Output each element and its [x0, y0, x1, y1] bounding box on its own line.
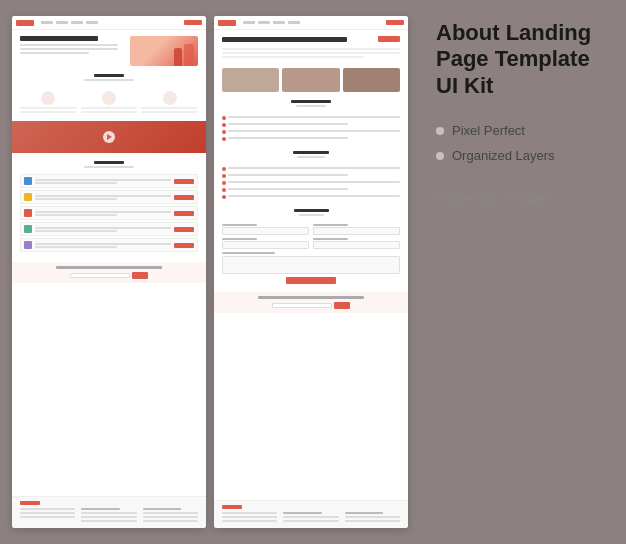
mock2-label: [313, 224, 348, 226]
mock-pos-icon: [24, 225, 32, 233]
mock2-list-line: [228, 130, 400, 132]
mock2-bullet: [222, 130, 226, 134]
mock-footer-line: [283, 516, 338, 518]
mock-pos-line: [35, 214, 117, 216]
mock-footer-line: [143, 520, 198, 522]
mock2-list-line: [228, 188, 348, 190]
mock2-form-row: [222, 224, 400, 235]
mock-why-item: [141, 91, 198, 113]
mockups-panel: [0, 0, 420, 544]
mock-footer-col: [283, 512, 338, 524]
mock-position-row: [20, 222, 198, 236]
mock2-list-item: [222, 194, 400, 199]
mock2-img: [343, 68, 400, 92]
mock-pos-line: [35, 198, 117, 200]
feature-label-layers: Organized Layers: [452, 148, 555, 163]
mock-pos-apply-btn: [174, 227, 194, 232]
mock-pos-lines: [35, 195, 171, 200]
mock-footer-line: [20, 512, 75, 514]
mock2-list-item: [222, 115, 400, 120]
mock-section-sub: [296, 105, 326, 107]
mock-pos-line: [35, 211, 171, 213]
mock2-title: [222, 37, 347, 42]
mock-pos-line: [35, 246, 117, 248]
mock-why-item: [81, 91, 138, 113]
mock2-list-line: [228, 116, 400, 118]
mock-pos-lines: [35, 243, 171, 248]
mock-nav-item: [86, 21, 98, 24]
mock-pos-icon: [24, 193, 32, 201]
mock2-apply-form: [214, 220, 408, 288]
mock-pos-apply-btn: [174, 179, 194, 184]
mock-pos-line: [35, 230, 117, 232]
mock-footer-line: [143, 512, 198, 514]
mock-footer-line: [20, 508, 75, 510]
mock-pos-lines: [35, 227, 171, 232]
mock-nav-items-2: [243, 21, 300, 24]
mock-nl-row: [222, 302, 400, 309]
mock2-apply-title: [214, 205, 408, 218]
mock2-images: [214, 64, 408, 96]
mock2-input: [222, 227, 309, 235]
mock2-label: [222, 238, 257, 240]
mock-nl-row: [20, 272, 198, 279]
mock-footer-header: [81, 508, 120, 510]
mock-footer-line: [81, 516, 136, 518]
mock2-bullet: [222, 167, 226, 171]
mock-section-bar: [293, 151, 329, 154]
mock-footer-line: [345, 516, 400, 518]
mock-pos-icon: [24, 241, 32, 249]
mock-section-bar: [294, 209, 329, 212]
mock2-list-line: [228, 137, 348, 139]
mock2-form-field: [222, 224, 309, 235]
mock2-list-line: [228, 174, 348, 176]
mock-pos-apply-btn: [174, 195, 194, 200]
mock-pos-apply-btn: [174, 211, 194, 216]
mock2-bullet: [222, 195, 226, 199]
mock-why-item: [20, 91, 77, 113]
mock-why-line: [141, 107, 198, 109]
mock-positions-title: [12, 157, 206, 170]
mock-footer-line: [222, 520, 277, 522]
mock2-list-item: [222, 187, 400, 192]
mock2-img: [222, 68, 279, 92]
mock2-list-line: [228, 181, 400, 183]
mock-pos-line: [35, 243, 171, 245]
mock2-form-field: [222, 238, 309, 249]
mock-footer-logo: [20, 501, 40, 505]
mock-footer-header: [143, 508, 182, 510]
mock2-form-field: [313, 238, 400, 249]
title-line1: About Landing: [436, 20, 610, 46]
mock-footer-line: [20, 516, 75, 518]
mock-nav-item: [71, 21, 83, 24]
mock-section-bar: [291, 100, 331, 103]
mock-nav-item: [243, 21, 255, 24]
mock2-input: [222, 241, 309, 249]
mock2-desc-line: [222, 56, 364, 58]
mock-nav-items: [41, 21, 98, 24]
mock-footer-logo: [222, 505, 242, 509]
mock-hero-title: [20, 36, 98, 41]
mock-why-items: [20, 91, 198, 113]
mock-why-line: [141, 111, 198, 113]
mock-section-sub: [299, 214, 324, 216]
mock2-input: [313, 227, 400, 235]
mock-hero-line: [20, 48, 118, 50]
mock2-newsletter: [214, 292, 408, 313]
title-line2: Page Template: [436, 46, 610, 72]
mock-footer-line: [81, 512, 136, 514]
mock-footer-line: [222, 516, 277, 518]
mock2-bullet: [222, 188, 226, 192]
mock-nl-btn: [334, 302, 350, 309]
feature-dot: [436, 152, 444, 160]
mock2-responsibilities-title: [214, 96, 408, 109]
mock-figure: [174, 48, 182, 66]
mock-pos-lines: [35, 179, 171, 184]
mock2-footer: [214, 500, 408, 528]
mock-footer-col: [345, 512, 400, 524]
mock-why-icon: [41, 91, 55, 105]
mock2-input: [313, 241, 400, 249]
title-block: About Landing Page Template UI Kit: [436, 20, 610, 99]
mock2-hero: [214, 30, 408, 64]
mock-pos-line: [35, 227, 171, 229]
